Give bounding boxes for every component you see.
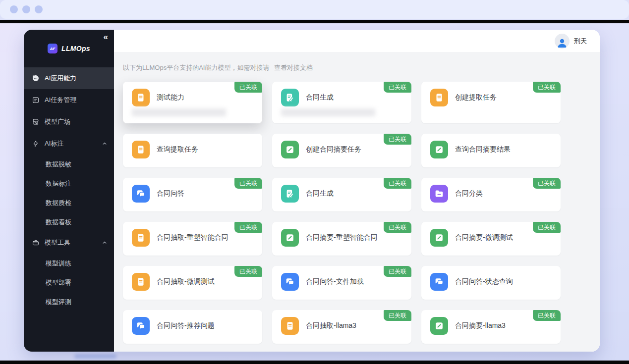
sidebar-item-label: AI应用能力	[45, 74, 76, 83]
card-title: 合同分类	[455, 189, 483, 198]
toolbox-icon	[32, 239, 40, 247]
capability-card-3[interactable]: 查询提取任务	[123, 134, 262, 167]
desktop-background: « AF LLMOps AI应用能力AI任务管理模型广场AI标注数据脱敏数据标注…	[0, 23, 629, 361]
window-control-dots[interactable]	[10, 5, 43, 13]
pencil-icon	[430, 229, 448, 247]
doc-icon	[132, 89, 150, 106]
chevron-up-icon[interactable]	[102, 141, 107, 146]
sidebar-subitem-4-2[interactable]: 模型评测	[24, 292, 114, 312]
card-title: 合同摘要-重塑智能合同	[306, 233, 378, 242]
sidebar-subitem-3-1[interactable]: 数据标注	[24, 174, 114, 193]
user-avatar[interactable]	[555, 34, 570, 49]
sidebar-item-label: 模型广场	[45, 117, 70, 126]
card-title: 创建提取任务	[455, 93, 497, 102]
task-list-icon	[32, 96, 40, 104]
sidebar-item-0[interactable]: AI应用能力	[24, 67, 114, 89]
sidebar-item-3[interactable]: AI标注	[24, 133, 114, 155]
pencil-icon	[430, 141, 448, 158]
capability-card-7[interactable]: 合同生成已关联	[272, 178, 411, 211]
window-chrome-bar	[0, 0, 629, 19]
logo: AF LLMOps	[24, 37, 114, 60]
bottom-divider-strip	[0, 361, 629, 364]
doc-icon	[132, 273, 150, 291]
card-title: 创建合同摘要任务	[306, 145, 361, 154]
sidebar-subitem-3-2[interactable]: 数据质检	[24, 193, 114, 212]
card-title: 合同摘要-llama3	[455, 321, 506, 330]
linked-badge: 已关联	[384, 222, 411, 233]
sidebar-subitem-4-0[interactable]: 模型训练	[24, 254, 114, 273]
capability-card-12[interactable]: 合同抽取-微调测试已关联	[123, 266, 262, 300]
top-divider-strip	[0, 20, 629, 23]
capability-card-8[interactable]: 合同分类已关联	[421, 178, 561, 211]
linked-badge: 已关联	[533, 82, 561, 93]
redacted-text	[132, 108, 226, 116]
docs-link[interactable]: 查看对接文档	[274, 64, 313, 71]
sidebar-item-label: AI任务管理	[45, 96, 76, 104]
linked-badge: 已关联	[533, 178, 561, 189]
card-row: 合同问答-推荐问题	[132, 317, 262, 335]
chat-icon	[281, 273, 299, 291]
capability-card-10[interactable]: 合同摘要-重塑智能合同已关联	[272, 222, 411, 256]
card-title: 合同抽取-微调测试	[157, 277, 215, 286]
capability-card-4[interactable]: 创建合同摘要任务已关联	[272, 134, 411, 167]
window-dot[interactable]	[10, 5, 18, 13]
lightning-icon	[32, 140, 40, 148]
linked-badge: 已关联	[533, 310, 561, 321]
linked-badge: 已关联	[234, 266, 262, 277]
page-description: 以下为LLMOps平台支持的AI能力模型，如需对接请 查看对接文档	[123, 63, 600, 72]
capability-card-17[interactable]: 合同摘要-llama3已关联	[421, 310, 561, 344]
capability-card-14[interactable]: 合同问答-状态查询	[421, 266, 561, 300]
card-row: 查询提取任务	[132, 141, 262, 158]
window-dot[interactable]	[22, 5, 30, 13]
linked-badge: 已关联	[234, 82, 262, 93]
description-text: 以下为LLMOps平台支持的AI能力模型，如需对接请	[123, 64, 269, 71]
doc-icon	[132, 141, 150, 158]
doc-icon	[132, 229, 150, 247]
capability-card-grid: 测试能力已关联合同生成已关联创建提取任务已关联查询提取任务创建合同摘要任务已关联…	[123, 82, 600, 344]
doc-icon	[430, 89, 448, 106]
chevron-up-icon[interactable]	[102, 240, 107, 245]
card-title: 合同摘要-微调测试	[455, 233, 513, 242]
sidebar-submenu: 模型训练模型部署模型评测	[24, 254, 114, 312]
store-icon	[32, 118, 40, 126]
main-content: 以下为LLMOps平台支持的AI能力模型，如需对接请 查看对接文档 测试能力已关…	[114, 52, 600, 352]
doc-edit-icon	[281, 89, 299, 106]
capability-card-5[interactable]: 查询合同摘要结果	[421, 134, 561, 167]
sidebar-subitem-3-3[interactable]: 数据看板	[24, 212, 114, 232]
card-title: 合同生成	[306, 93, 334, 102]
logo-text: LLMOps	[61, 45, 90, 52]
sidebar-item-label: 模型工具	[45, 238, 70, 247]
sidebar-item-4[interactable]: 模型工具	[24, 232, 114, 254]
capability-card-1[interactable]: 合同生成已关联	[272, 82, 411, 123]
capability-card-6[interactable]: 合同问答已关联	[123, 178, 262, 211]
linked-badge: 已关联	[384, 134, 411, 145]
sidebar-item-2[interactable]: 模型广场	[24, 111, 114, 133]
card-title: 查询提取任务	[157, 145, 198, 154]
linked-badge: 已关联	[384, 310, 411, 321]
pencil-icon	[281, 229, 299, 247]
user-name[interactable]: 刑天	[574, 37, 587, 46]
linked-badge: 已关联	[533, 222, 561, 233]
doc-icon	[281, 317, 299, 335]
sidebar-subitem-4-1[interactable]: 模型部署	[24, 273, 114, 292]
capability-card-0[interactable]: 测试能力已关联	[123, 82, 262, 123]
sidebar-nav: AI应用能力AI任务管理模型广场AI标注数据脱敏数据标注数据质检数据看板模型工具…	[24, 67, 114, 312]
linked-badge: 已关联	[234, 222, 262, 233]
capability-card-11[interactable]: 合同摘要-微调测试已关联	[421, 222, 561, 256]
window-dot[interactable]	[35, 5, 43, 13]
sidebar-item-1[interactable]: AI任务管理	[24, 89, 114, 111]
chat-icon	[430, 273, 448, 291]
capability-card-9[interactable]: 合同抽取-重塑智能合同已关联	[123, 222, 262, 256]
capability-card-2[interactable]: 创建提取任务已关联	[421, 82, 561, 123]
card-title: 合同问答	[157, 189, 184, 198]
capability-card-15[interactable]: 合同问答-推荐问题	[123, 310, 262, 344]
capability-card-13[interactable]: 合同问答-文件加载已关联	[272, 266, 411, 300]
sidebar-subitem-3-0[interactable]: 数据脱敏	[24, 155, 114, 174]
capability-card-16[interactable]: 合同抽取-llama3已关联	[272, 310, 411, 344]
linked-badge: 已关联	[384, 178, 411, 189]
sidebar: « AF LLMOps AI应用能力AI任务管理模型广场AI标注数据脱敏数据标注…	[24, 30, 114, 352]
sidebar-collapse-icon[interactable]: «	[104, 33, 108, 41]
app-header: 刑天	[114, 30, 600, 52]
linked-badge: 已关联	[384, 266, 411, 277]
redacted-text	[281, 108, 375, 116]
